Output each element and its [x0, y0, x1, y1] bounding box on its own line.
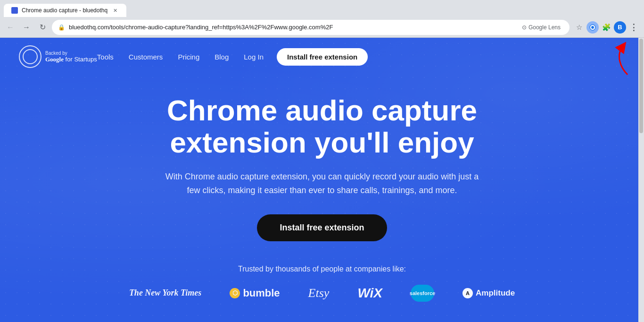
trusted-text: Trusted by thousands of people at compan… [19, 265, 625, 273]
back-button[interactable]: ← [4, 21, 17, 34]
red-arrow-icon [597, 42, 635, 79]
active-tab[interactable]: Chrome audio capture - bluedothq ✕ [4, 4, 126, 17]
nav-install-button[interactable]: Install free extension [277, 48, 368, 66]
url-input[interactable] [69, 24, 515, 31]
page-content: Backed by Google for Startups Tools Cust… [0, 38, 644, 322]
wix-logo: WiX [357, 286, 382, 301]
hero-install-button[interactable]: Install free extension [257, 214, 387, 241]
amplitude-logo-text: Amplitude [476, 288, 515, 298]
etsy-logo: Etsy [308, 286, 330, 300]
svg-point-1 [591, 26, 594, 29]
menu-button[interactable]: ⋮ [627, 21, 640, 34]
salesforce-cloud-icon: salesforce [411, 285, 434, 302]
tab-title: Chrome audio capture - bluedothq [22, 7, 107, 14]
nav-blog[interactable]: Blog [215, 53, 229, 61]
profile-button[interactable]: B [614, 21, 626, 34]
hero-section: Chrome audio capture extension you'll en… [0, 76, 644, 255]
arrow-annotation [597, 42, 635, 81]
logo-circle [19, 45, 41, 68]
salesforce-logo: salesforce [411, 285, 434, 302]
brand-logos-row: The New York Times ⬡ bumble Etsy WiX sal… [19, 285, 625, 302]
etsy-logo-text: Etsy [308, 286, 330, 300]
tab-favicon [11, 7, 18, 14]
lens-label: Google Lens [528, 24, 561, 31]
nav-links: Tools Customers Pricing Blog Log In [97, 53, 264, 61]
amplitude-logo: A Amplitude [462, 288, 515, 298]
bumble-logo: ⬡ bumble [230, 287, 280, 299]
tab-close-button[interactable]: ✕ [111, 7, 119, 14]
tab-bar: Chrome audio capture - bluedothq ✕ [0, 0, 644, 17]
hero-title: Chrome audio capture extension you'll en… [138, 94, 506, 159]
google-lens-button[interactable]: ⊙ Google Lens [519, 23, 563, 32]
nav-tools[interactable]: Tools [97, 53, 114, 61]
bumble-logo-text: bumble [243, 287, 280, 299]
logo-inner-circle [23, 49, 38, 64]
scrollbar-thumb[interactable] [639, 39, 643, 133]
backed-by-text: Backed by [45, 51, 97, 56]
chrome-extension-icon[interactable] [586, 21, 599, 34]
reload-button[interactable]: ↻ [36, 21, 49, 34]
site-logo: Backed by Google for Startups [19, 45, 97, 68]
nav-pricing[interactable]: Pricing [178, 53, 199, 61]
extensions-button[interactable]: 🧩 [600, 21, 613, 34]
salesforce-logo-text: salesforce [410, 290, 435, 296]
nyt-logo: The New York Times [129, 288, 202, 298]
address-bar[interactable]: 🔒 ⊙ Google Lens [52, 20, 570, 35]
security-lock-icon: 🔒 [58, 24, 65, 31]
nav-login[interactable]: Log In [244, 53, 264, 61]
google-startups-text: Google for Startups [45, 56, 97, 63]
scrollbar[interactable] [638, 38, 644, 322]
site-navigation: Backed by Google for Startups Tools Cust… [0, 38, 644, 76]
forward-button[interactable]: → [20, 21, 33, 34]
wix-logo-text: WiX [357, 286, 382, 301]
toolbar-icons: ☆ 🧩 B ⋮ [572, 21, 640, 34]
hero-subtitle: With Chrome audio capture extension, you… [162, 170, 482, 197]
nyt-logo-text: The New York Times [129, 288, 202, 298]
trusted-section: Trusted by thousands of people at compan… [0, 255, 644, 302]
bookmark-button[interactable]: ☆ [572, 21, 586, 34]
address-bar-row: ← → ↻ 🔒 ⊙ Google Lens ☆ 🧩 B ⋮ [0, 17, 644, 38]
logo-text: Backed by Google for Startups [45, 51, 97, 63]
lens-icon: ⊙ [522, 24, 527, 31]
amplitude-icon: A [462, 288, 473, 298]
nav-customers[interactable]: Customers [129, 53, 163, 61]
three-dots-icon: ⋮ [629, 22, 638, 33]
bumble-icon: ⬡ [230, 288, 240, 298]
